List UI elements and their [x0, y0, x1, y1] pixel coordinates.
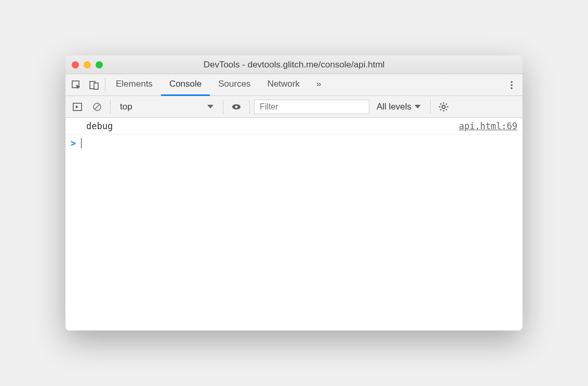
kebab-menu-icon[interactable] — [503, 74, 520, 96]
tab-sources[interactable]: Sources — [210, 74, 259, 96]
tab-network[interactable]: Network — [259, 74, 308, 96]
minimize-window-button[interactable] — [84, 61, 91, 68]
tabs-overflow[interactable]: » — [308, 74, 329, 96]
log-source-link[interactable]: api.html:69 — [459, 121, 517, 131]
console-input[interactable] — [82, 138, 517, 148]
log-levels-label: All levels — [377, 102, 411, 112]
close-window-button[interactable] — [72, 61, 79, 68]
console-message-row: debug api.html:69 — [65, 118, 523, 135]
device-toolbar-icon[interactable] — [85, 74, 103, 96]
chevron-down-icon — [415, 105, 421, 108]
devtools-window: DevTools - devtools.glitch.me/console/ap… — [65, 56, 523, 330]
execution-context-select[interactable]: top — [115, 99, 219, 115]
filter-input[interactable] — [254, 100, 369, 114]
svg-line-18 — [440, 109, 442, 110]
svg-point-10 — [235, 105, 238, 108]
chevron-down-icon — [207, 105, 213, 108]
traffic-lights — [72, 61, 103, 68]
prompt-chevron-icon: > — [71, 138, 76, 148]
svg-point-5 — [511, 87, 513, 89]
console-prompt[interactable]: > — [65, 135, 523, 151]
clear-console-icon[interactable] — [88, 96, 106, 118]
svg-line-16 — [440, 103, 442, 104]
svg-rect-2 — [94, 83, 98, 89]
window-title: DevTools - devtools.glitch.me/console/ap… — [65, 60, 523, 70]
main-tabs: Elements Console Sources Network » — [65, 74, 523, 96]
context-label: top — [120, 102, 132, 112]
toggle-sidebar-icon[interactable] — [69, 96, 86, 118]
divider — [430, 100, 431, 114]
svg-line-17 — [446, 109, 447, 110]
svg-point-3 — [511, 81, 513, 83]
titlebar: DevTools - devtools.glitch.me/console/ap… — [65, 56, 523, 74]
log-message-text: debug — [71, 121, 459, 131]
svg-line-19 — [446, 103, 447, 104]
inspect-element-icon[interactable] — [68, 74, 85, 96]
divider — [110, 100, 111, 114]
svg-line-8 — [95, 104, 100, 109]
log-levels-select[interactable]: All levels — [371, 102, 426, 112]
live-expression-icon[interactable] — [228, 96, 245, 118]
console-output: debug api.html:69 > — [65, 118, 523, 330]
maximize-window-button[interactable] — [96, 61, 103, 68]
divider — [223, 100, 223, 114]
console-toolbar: top All levels — [65, 96, 523, 118]
svg-point-11 — [442, 105, 445, 108]
divider — [249, 100, 250, 114]
tab-console[interactable]: Console — [161, 74, 210, 96]
console-settings-icon[interactable] — [435, 96, 452, 118]
divider — [105, 78, 105, 92]
svg-point-4 — [511, 84, 513, 86]
tab-elements[interactable]: Elements — [108, 74, 161, 96]
